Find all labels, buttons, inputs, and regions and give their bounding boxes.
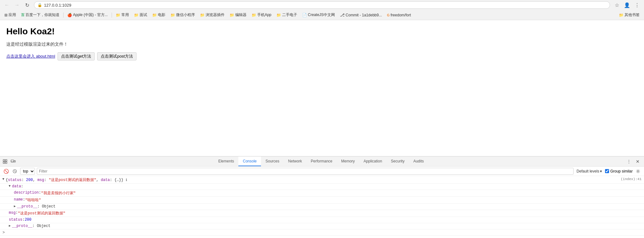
console-line-name: name : "啦啦啦" [0,197,644,204]
tab-security[interactable]: Security [386,156,409,166]
bookmark-browser-plugin[interactable]: 📁 浏览器插件 [198,11,226,19]
console-filter-input[interactable] [37,168,574,175]
preserve-log-button[interactable] [11,168,18,175]
page-content: Hello Koa2! 这是经过模版渲染过来的文件！ 点击这里会进入 about… [0,20,644,156]
bookmark-commit-label: Commit - 1a1debb9... [346,13,382,17]
devtools-tabs: Elements Console Sources Network Perform… [214,156,428,166]
url-text: 127.0.0.1:1029 [44,3,71,8]
menu-button[interactable]: ⋮ [633,1,641,9]
bookmark-createjs[interactable]: 📄 CreateJS中文网 [300,11,337,19]
bookmarks-bar: ⊞ 应用 百 百度一下，你就知道 🍎 Apple (中国) - 官方... 📁 … [0,10,644,20]
browser-window: ← → ↻ 🔒 127.0.0.1:1029 ☆ 👤 ⋮ ⊞ 应用 百 百度一下… [0,0,644,238]
back-button[interactable]: ← [3,1,11,9]
tab-application-label: Application [364,159,382,163]
bookmark-commit[interactable]: ⎇ Commit - 1a1debb9... [338,12,384,18]
bookmark-phone-app[interactable]: 📁 手机App [250,11,273,19]
profile-button[interactable]: 👤 [623,1,631,9]
address-bar[interactable]: 🔒 127.0.0.1:1029 [34,1,610,9]
tab-network[interactable]: Network [284,156,306,166]
post-method-button[interactable]: 点击测试post方法 [97,52,136,60]
expand-arrow-proto1[interactable]: ▶ [14,204,16,208]
devtools-more-button[interactable]: ⋮ [625,158,633,165]
svg-rect-1 [5,160,7,161]
commit-icon: ⎇ [340,13,345,17]
tab-console[interactable]: Console [238,156,261,166]
group-similar-checkbox[interactable] [605,169,609,173]
bookmark-apps-label: 应用 [8,12,16,18]
tab-security-label: Security [391,159,404,163]
bookmark-mianshi[interactable]: 📁 面试 [132,11,149,19]
clear-console-button[interactable]: 🚫 [3,168,9,175]
inspect-element-button[interactable] [1,158,9,165]
expand-arrow-proto2[interactable]: ▶ [9,224,11,228]
bookmark-wechat[interactable]: 📁 微信小程序 [169,11,197,19]
expand-arrow-data[interactable]: ▶ [8,185,12,187]
tab-elements-label: Elements [218,159,234,163]
folder-icon-4: 📁 [170,13,175,17]
device-toggle-button[interactable] [9,158,17,165]
star-button[interactable]: ☆ [613,1,621,9]
bookmark-secondhand[interactable]: 📁 二手电子 [275,11,299,19]
tab-audits[interactable]: Audits [409,156,428,166]
console-levels: Default levels ▾ [575,168,603,174]
bookmark-apple[interactable]: 🍎 Apple (中国) - 官方... [65,11,110,19]
tab-network-label: Network [288,159,302,163]
svg-rect-5 [14,161,15,162]
console-line-1-text: {status: 200, msg: "这是post测试的返回数据", data… [6,177,127,183]
bookmark-editor[interactable]: 📁 编辑器 [228,11,248,19]
tab-sources[interactable]: Sources [261,156,284,166]
apps-icon: ⊞ [4,13,8,17]
title-bar: ← → ↻ 🔒 127.0.0.1:1029 ☆ 👤 ⋮ [0,0,644,10]
console-output: ▶ {status: 200, msg: "这是post测试的返回数据", da… [0,176,644,238]
bookmark-browser-plugin-label: 浏览器插件 [206,12,225,18]
page-buttons: 点击这里会进入 about.html 点击测试get方法 点击测试post方法 [6,52,638,60]
folder-icon-1: 📁 [116,13,120,17]
console-settings-button[interactable] [635,168,641,175]
lock-icon: 🔒 [37,3,42,7]
bookmark-mianshi-label: 面试 [140,12,147,18]
default-levels-label: Default levels [577,169,599,173]
svg-rect-0 [3,160,5,161]
tab-elements[interactable]: Elements [214,156,238,166]
about-html-link[interactable]: 点击这里会进入 about.html [6,54,55,59]
bookmark-wechat-label: 微信小程序 [176,12,195,18]
bookmark-other-label: 其他书签 [625,12,640,18]
default-levels-button[interactable]: Default levels ▾ [575,168,603,174]
bookmark-apps[interactable]: ⊞ 应用 [3,11,18,19]
console-prompt-arrow: > [3,230,5,235]
bookmark-secondhand-label: 二手电子 [282,12,297,18]
context-selector[interactable]: top [20,168,35,175]
svg-line-9 [15,171,16,172]
bookmark-editor-label: 编辑器 [235,12,247,18]
console-line-msg: msg : "这是post测试的返回数据" [0,210,644,217]
bookmark-dianying-label: 电影 [158,12,165,18]
bookmark-freedom[interactable]: G freedom/fort [385,12,413,18]
bookmark-changyong[interactable]: 📁 常用 [114,11,131,19]
tab-memory[interactable]: Memory [337,156,359,166]
bookmark-dianying[interactable]: 📁 电影 [150,11,167,19]
reload-button[interactable]: ↻ [23,1,31,9]
bookmark-baidu[interactable]: 百 百度一下，你就知道 [19,11,61,19]
group-similar-label[interactable]: Group similar [605,169,633,173]
bookmark-other[interactable]: 📁 其他书签 [617,11,641,19]
devtools-close-button[interactable]: ✕ [634,158,641,165]
proto1-key-label: __proto__ [17,204,37,209]
console-line-status: status : 200 [0,217,644,223]
tab-application[interactable]: Application [359,156,386,166]
bookmark-createjs-label: CreateJS中文网 [308,12,335,18]
console-line-description: description : "我是卖报的小行家" [0,190,644,197]
get-method-button[interactable]: 点击测试get方法 [58,52,95,60]
page-title: Hello Koa2! [6,26,638,37]
tab-sources-label: Sources [265,159,279,163]
description-value: "我是卖报的小行家" [41,190,75,196]
tab-performance[interactable]: Performance [306,156,337,166]
forward-button[interactable]: → [13,1,21,9]
proto2-key-label: __proto__ [12,224,32,228]
expand-arrow-1[interactable]: ▶ [2,178,5,180]
console-line-source-1[interactable]: (index):41 [618,177,641,181]
bookmark-phone-app-label: 手机App [257,12,271,18]
folder-icon-8: 📁 [276,13,281,17]
chevron-down-icon: ▾ [600,169,602,173]
bookmark-apple-label: Apple (中国) - 官方... [73,12,108,18]
data-key-label: data [12,184,21,189]
